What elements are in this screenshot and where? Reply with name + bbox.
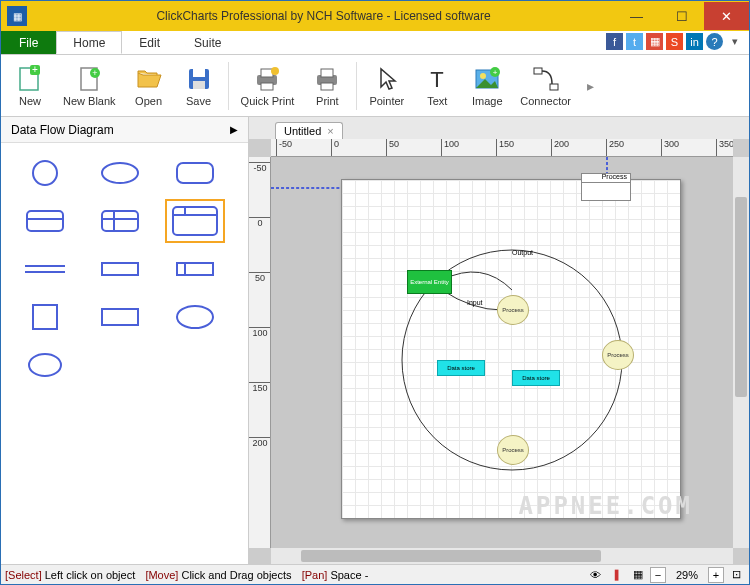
- node-process-2[interactable]: Process: [602, 340, 634, 370]
- save-icon: [185, 65, 213, 93]
- file-menu[interactable]: File: [1, 31, 56, 54]
- image-icon: +: [473, 65, 501, 93]
- minimize-button[interactable]: —: [614, 2, 659, 30]
- zoom-level: 29%: [670, 569, 704, 581]
- svg-text:Output: Output: [512, 249, 533, 257]
- window-title: ClickCharts Professional by NCH Software…: [33, 9, 614, 23]
- svg-text:T: T: [431, 67, 444, 92]
- close-tab-icon[interactable]: ×: [327, 125, 333, 137]
- stumbleupon-icon[interactable]: S: [666, 33, 683, 50]
- shape-ellipse[interactable]: [94, 155, 146, 191]
- close-button[interactable]: ✕: [704, 2, 749, 30]
- zoom-in-button[interactable]: +: [708, 567, 724, 583]
- maximize-button[interactable]: ☐: [659, 2, 704, 30]
- shape-rect-flat[interactable]: [94, 251, 146, 287]
- help-dropdown-icon[interactable]: ▾: [726, 33, 743, 50]
- grid-icon[interactable]: ▦: [629, 567, 646, 583]
- statusbar: [Select] Left click on object [Move] Cli…: [1, 564, 749, 584]
- scrollbar-horizontal[interactable]: [271, 548, 733, 564]
- tab-home[interactable]: Home: [56, 31, 122, 54]
- page[interactable]: Output Input External Entity Process Pro…: [341, 179, 681, 519]
- node-process-1[interactable]: Process: [497, 295, 529, 325]
- magnet-icon[interactable]: ❚: [608, 567, 625, 583]
- new-blank-icon: +: [75, 65, 103, 93]
- tab-suite[interactable]: Suite: [177, 31, 238, 54]
- svg-rect-31: [173, 207, 217, 235]
- eye-icon[interactable]: 👁: [587, 567, 604, 583]
- node-data-store-2[interactable]: Data store: [512, 370, 560, 386]
- node-data-store-1[interactable]: Data store: [437, 360, 485, 376]
- status-select: [Select] Left click on object: [5, 569, 135, 581]
- print-icon: [313, 65, 341, 93]
- scrollbar-vertical[interactable]: [733, 157, 749, 548]
- ruler-area: -50 0 50 100 150 200 250 300 350 -50 0 5…: [249, 139, 749, 564]
- main-area: Data Flow Diagram ▶ Untitled ×: [1, 117, 749, 564]
- svg-point-24: [102, 163, 138, 183]
- sidebar-header[interactable]: Data Flow Diagram ▶: [1, 117, 248, 143]
- shape-rect[interactable]: [94, 299, 146, 335]
- separator: [228, 62, 229, 110]
- shape-ellipse2[interactable]: [169, 299, 221, 335]
- new-icon: +: [16, 65, 44, 93]
- svg-rect-37: [177, 263, 213, 275]
- new-blank-button[interactable]: +New Blank: [55, 58, 124, 114]
- node-dragging[interactable]: Process: [581, 173, 631, 201]
- text-button[interactable]: TText: [412, 58, 462, 114]
- shape-circle[interactable]: [19, 155, 71, 191]
- image-button[interactable]: +Image: [462, 58, 512, 114]
- shape-rect-tab[interactable]: [169, 251, 221, 287]
- svg-text:+: +: [93, 68, 98, 78]
- text-icon: T: [423, 65, 451, 93]
- sidebar: Data Flow Diagram ▶: [1, 117, 249, 564]
- svg-rect-28: [102, 211, 138, 231]
- svg-rect-36: [102, 263, 138, 275]
- pointer-button[interactable]: Pointer: [361, 58, 412, 114]
- separator: [356, 62, 357, 110]
- toolbar-more-button[interactable]: ▸: [579, 58, 602, 114]
- app-icon: ▦: [7, 6, 27, 26]
- document-tab-label: Untitled: [284, 125, 321, 137]
- pointer-icon: [373, 65, 401, 93]
- shape-palette: [1, 143, 248, 395]
- linkedin-icon[interactable]: in: [686, 33, 703, 50]
- svg-point-18: [480, 73, 486, 79]
- shape-panel-h[interactable]: [19, 203, 71, 239]
- tab-edit[interactable]: Edit: [122, 31, 177, 54]
- zoom-out-button[interactable]: −: [650, 567, 666, 583]
- document-tabbar: Untitled ×: [249, 117, 749, 139]
- node-process-3[interactable]: Process: [497, 435, 529, 465]
- svg-rect-22: [550, 84, 558, 90]
- open-button[interactable]: Open: [124, 58, 174, 114]
- sidebar-title: Data Flow Diagram: [11, 123, 114, 137]
- svg-text:+: +: [32, 65, 38, 75]
- connector-button[interactable]: Connector: [512, 58, 579, 114]
- shape-panel-selected[interactable]: [169, 203, 221, 239]
- svg-rect-25: [177, 163, 213, 183]
- svg-rect-21: [534, 68, 542, 74]
- save-button[interactable]: Save: [174, 58, 224, 114]
- print-button[interactable]: Print: [302, 58, 352, 114]
- facebook-icon[interactable]: f: [606, 33, 623, 50]
- open-icon: [135, 65, 163, 93]
- document-tab[interactable]: Untitled ×: [275, 122, 343, 139]
- shape-rounded-rect[interactable]: [169, 155, 221, 191]
- svg-point-12: [271, 67, 279, 75]
- help-icon[interactable]: ?: [706, 33, 723, 50]
- canvas-viewport[interactable]: Output Input External Entity Process Pro…: [271, 157, 733, 548]
- svg-rect-15: [321, 83, 333, 90]
- ruler-horizontal: -50 0 50 100 150 200 250 300 350: [271, 139, 733, 157]
- quick-print-button[interactable]: Quick Print: [233, 58, 303, 114]
- twitter-icon[interactable]: t: [626, 33, 643, 50]
- new-button[interactable]: +New: [5, 58, 55, 114]
- svg-rect-39: [33, 305, 57, 329]
- shape-hline[interactable]: [19, 251, 71, 287]
- svg-point-42: [29, 354, 61, 376]
- zoom-fit-icon[interactable]: ⊡: [728, 567, 745, 583]
- svg-rect-11: [261, 83, 273, 90]
- shape-square[interactable]: [19, 299, 71, 335]
- google-plus-icon[interactable]: ▦: [646, 33, 663, 50]
- node-external-entity[interactable]: External Entity: [407, 270, 452, 294]
- shape-panel-grid[interactable]: [94, 203, 146, 239]
- svg-point-23: [33, 161, 57, 185]
- shape-ellipse3[interactable]: [19, 347, 71, 383]
